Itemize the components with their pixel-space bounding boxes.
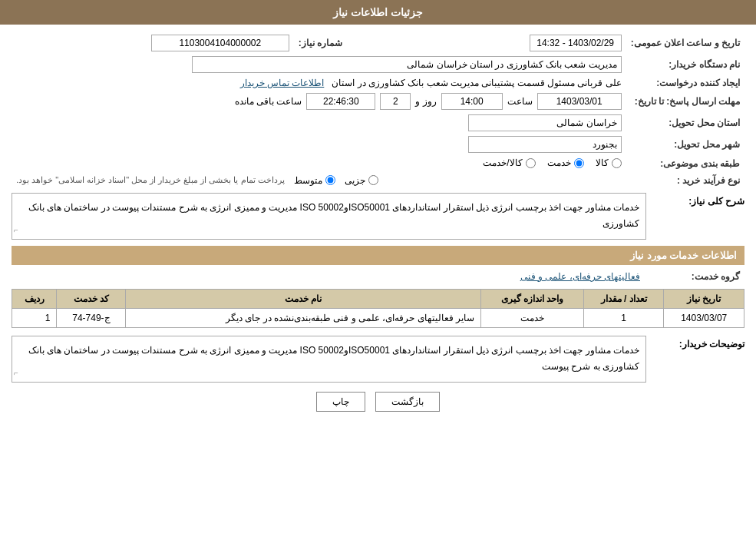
cell-service-name: سایر فعالیتهای حرفه‌ای، علمی و فنی طبقه‌… [126, 308, 481, 327]
buyer-desc-box: خدمات مشاور جهت اخذ برچسب انرژی ذیل استق… [12, 336, 646, 383]
service-group-label: گروه خدمت: [645, 269, 744, 284]
process-label: نوع فرآیند خرید : [626, 173, 744, 188]
page-title: جزئیات اطلاعات نیاز [333, 6, 423, 18]
province-value: خراسان شمالی [12, 112, 626, 134]
service-table: تاریخ نیاز تعداد / مقدار واحد اندازه گیر… [12, 289, 744, 328]
buyer-desc-label: توضیحات خریدار: [652, 336, 744, 350]
col-quantity: تعداد / مقدار [583, 289, 663, 308]
button-row: بازگشت چاپ [12, 392, 744, 412]
col-service-code: کد خدمت [57, 289, 126, 308]
category-options: کالا/خدمت خدمت کالا [12, 155, 626, 173]
creator-link[interactable]: اطلاعات تماس خریدار [240, 78, 325, 88]
buyer-desc-value: خدمات مشاور جهت اخذ برچسب انرژی ذیل استق… [28, 345, 639, 373]
cell-quantity: 1 [583, 308, 663, 327]
remaining-label: ساعت باقی مانده [235, 96, 302, 107]
niaaz-number-value: 1103004104000002 [12, 32, 294, 54]
table-row: 1403/03/07 1 خدمت سایر فعالیتهای حرفه‌ای… [12, 308, 744, 327]
cell-unit: خدمت [481, 308, 584, 327]
send-date-label: مهلت ارسال پاسخ: تا تاریخ: [626, 91, 744, 112]
print-button[interactable]: چاپ [316, 392, 365, 412]
category-option-khadamat: خدمت [547, 157, 584, 168]
service-group-value: فعالیتهای حرفه‌ای، علمی و فنی [12, 269, 645, 284]
col-date: تاریخ نیاز [664, 289, 744, 308]
process-option-jozii: جزیی [345, 175, 378, 186]
page-header: جزئیات اطلاعات نیاز [0, 0, 756, 25]
cell-service-code: ج-749-74 [57, 308, 126, 327]
buyer-org-value: مدیریت شعب بانک کشاورزی در استان خراسان … [12, 54, 626, 75]
send-date-row: 1403/03/01 ساعت 14:00 روز و 2 22:46:30 س… [12, 91, 626, 112]
col-service-name: نام خدمت [126, 289, 481, 308]
announce-datetime-value: 1403/02/29 - 14:32 [432, 32, 626, 54]
send-time-label: ساعت [507, 96, 533, 107]
resize-handle-icon: ⌐ [14, 224, 18, 237]
announce-datetime-label: تاریخ و ساعت اعلان عمومی: [626, 32, 744, 54]
general-desc-box: خدمات مشاور جهت اخذ برچسب انرژی ذیل استق… [12, 193, 646, 240]
city-value: بجنورد [12, 134, 626, 155]
creator-value: علی قربانی مسئول قسمت پشتیبانی مدیریت شع… [12, 75, 626, 91]
category-option-kala: کالا [596, 157, 622, 168]
province-label: استان محل تحویل: [626, 112, 744, 134]
service-info-header: اطلاعات خدمات مورد نیاز [12, 246, 744, 265]
creator-label: ایجاد کننده درخواست: [626, 75, 744, 91]
cell-date: 1403/03/07 [664, 308, 744, 327]
category-label: طبقه بندی موضوعی: [626, 155, 744, 173]
col-unit: واحد اندازه گیری [481, 289, 584, 308]
process-option-motevaset: متوسط [294, 175, 335, 186]
city-label: شهر محل تحویل: [626, 134, 744, 155]
buyer-org-label: نام دستگاه خریدار: [626, 54, 744, 75]
general-desc-value: خدمات مشاور جهت اخذ برچسب انرژی ذیل استق… [28, 202, 639, 230]
col-row-num: ردیف [12, 289, 57, 308]
niaaz-number-label: شماره نیاز: [294, 32, 371, 54]
cell-row-num: 1 [12, 308, 57, 327]
process-options: پرداخت تمام یا بخشی از مبلغ خریدار از مح… [12, 173, 626, 188]
send-days-label: روز و [415, 96, 436, 107]
general-desc-label: شرح کلی نیاز: [652, 193, 744, 207]
category-option-kala-khadamat: کالا/خدمت [483, 157, 535, 168]
back-button[interactable]: بازگشت [375, 392, 440, 412]
